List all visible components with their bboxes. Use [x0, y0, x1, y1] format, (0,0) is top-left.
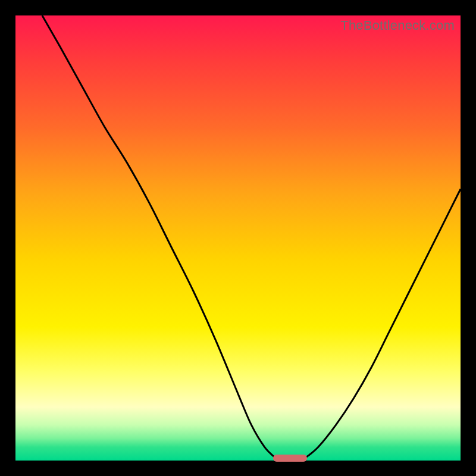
- bottleneck-curve: [15, 15, 461, 461]
- plot-area: TheBottleneck.com: [15, 15, 461, 461]
- chart-frame: TheBottleneck.com: [0, 0, 476, 476]
- curve-right-branch: [305, 189, 461, 459]
- curve-left-branch: [42, 15, 276, 458]
- optimum-marker: [273, 455, 306, 462]
